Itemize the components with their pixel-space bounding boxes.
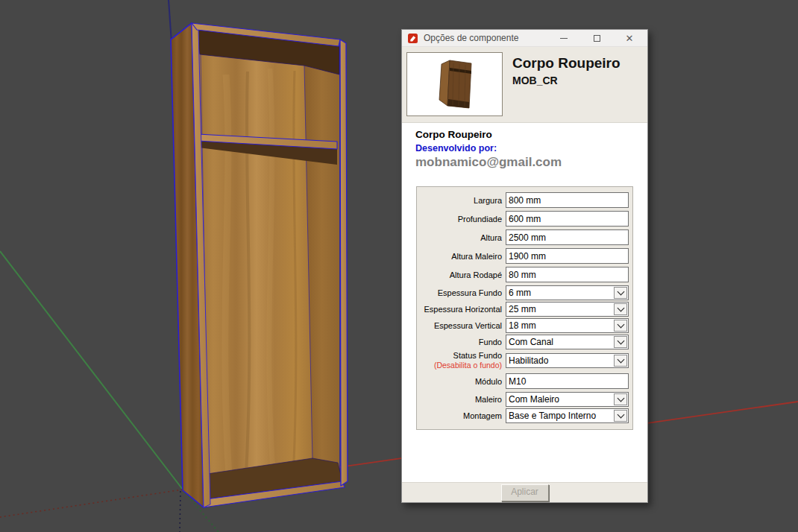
minimize-icon [560, 38, 568, 39]
close-icon: ✕ [626, 34, 634, 43]
altura-input[interactable] [506, 229, 629, 245]
minimize-button[interactable] [547, 30, 580, 46]
field-row-montagem: Montagem Base e Tampo Interno [420, 408, 629, 423]
field-label: Altura [420, 233, 502, 242]
field-row-profundiade: Profundiade [420, 211, 629, 227]
developed-by-label: Desenvolvido por: [415, 143, 497, 153]
maleiro-select[interactable]: Com Maleiro [506, 392, 629, 407]
developer-email: mobnamico@gmail.com [415, 155, 562, 170]
field-row-maleiro: Maleiro Com Maleiro [420, 392, 629, 407]
field-row-status-fundo: Status Fundo (Desabilita o fundo) Habili… [420, 351, 629, 370]
sketchup-logo-icon [408, 34, 418, 43]
wardrobe-3d-model[interactable] [171, 23, 348, 507]
field-label: Módulo [420, 377, 502, 386]
close-button[interactable]: ✕ [613, 30, 646, 46]
field-row-altura: Altura [420, 229, 629, 245]
chevron-down-icon[interactable] [614, 320, 627, 332]
chevron-down-icon[interactable] [614, 287, 627, 299]
fundo-select[interactable]: Com Canal [506, 335, 629, 349]
espessura-vertical-select[interactable]: 18 mm [506, 318, 629, 333]
chevron-down-icon[interactable] [614, 410, 627, 422]
espessura-horizontal-select[interactable]: 25 mm [506, 302, 629, 317]
profundiade-input[interactable] [506, 211, 629, 227]
thumbnail-wardrobe-image [407, 53, 502, 115]
status-fundo-select[interactable]: Habilitado [506, 353, 629, 368]
maximize-icon [594, 35, 600, 42]
field-label: Altura Rodapé [420, 270, 502, 279]
dialog-title: Opções de componente [424, 33, 547, 43]
field-row-fundo: Fundo Com Canal [420, 335, 629, 349]
field-label: Espessura Vertical [420, 321, 502, 330]
field-sublabel: (Desabilita o fundo) [420, 361, 502, 370]
field-label: Maleiro [420, 395, 502, 404]
apply-button[interactable]: Aplicar [501, 484, 549, 501]
component-options-dialog: Opções de componente ✕ Corpo Roupeiro MO… [401, 29, 648, 503]
field-label: Fundo [420, 338, 502, 346]
drawing-axes [0, 0, 798, 532]
field-label: Espessura Fundo [420, 288, 502, 297]
altura-maleiro-input[interactable] [506, 248, 629, 264]
field-row-altura-rodape: Altura Rodapé [420, 267, 629, 282]
component-header: Corpo Roupeiro MOB_CR [402, 47, 647, 123]
field-row-altura-maleiro: Altura Maleiro [420, 248, 629, 264]
chevron-down-icon[interactable] [614, 303, 627, 315]
field-label: Montagem [420, 411, 502, 420]
wood-grain [269, 69, 273, 471]
altura-rodape-input[interactable] [506, 267, 629, 282]
red-axis-dotted [0, 490, 183, 517]
wood-grain [225, 75, 229, 477]
field-label: Largura [420, 196, 502, 205]
component-thumbnail [406, 52, 503, 116]
component-code: MOB_CR [512, 75, 558, 86]
espessura-fundo-select[interactable]: 6 mm [506, 285, 629, 300]
attributes-panel: Largura Profundiade Altura Altura Maleir… [416, 186, 633, 430]
dialog-footer: Aplicar [402, 482, 647, 502]
chevron-down-icon[interactable] [614, 355, 627, 367]
blue-axis-dotted [180, 491, 180, 532]
field-row-espessura-fundo: Espessura Fundo 6 mm [420, 285, 629, 300]
chevron-down-icon[interactable] [614, 393, 627, 405]
sketchup-workspace: { "scene": { "background_color": "#47474… [0, 0, 798, 532]
field-row-espessura-vertical: Espessura Vertical 18 mm [420, 318, 629, 333]
field-label: Status Fundo (Desabilita o fundo) [420, 351, 502, 370]
dialog-titlebar[interactable]: Opções de componente ✕ [402, 30, 647, 47]
chevron-down-icon[interactable] [614, 336, 627, 348]
largura-input[interactable] [506, 192, 629, 208]
montagem-select[interactable]: Base e Tampo Interno [506, 408, 629, 423]
right-front-edge[interactable] [340, 39, 348, 486]
blue-axis-solid [169, 0, 172, 42]
maximize-button[interactable] [580, 30, 613, 46]
component-name-text: Corpo Roupeiro [415, 129, 492, 140]
component-title: Corpo Roupeiro [512, 55, 621, 72]
viewport-3d[interactable] [0, 0, 798, 532]
field-label: Profundiade [420, 215, 502, 224]
green-axis-solid [0, 251, 183, 490]
field-row-modulo: Módulo [420, 373, 629, 389]
field-label: Altura Maleiro [420, 252, 502, 261]
modulo-input[interactable] [506, 373, 629, 389]
dialog-content: Corpo Roupeiro Desenvolvido por: mobnami… [402, 123, 647, 485]
field-label: Espessura Horizontal [420, 305, 502, 314]
field-row-largura: Largura [420, 192, 629, 208]
field-row-espessura-horizontal: Espessura Horizontal 25 mm [420, 302, 629, 317]
